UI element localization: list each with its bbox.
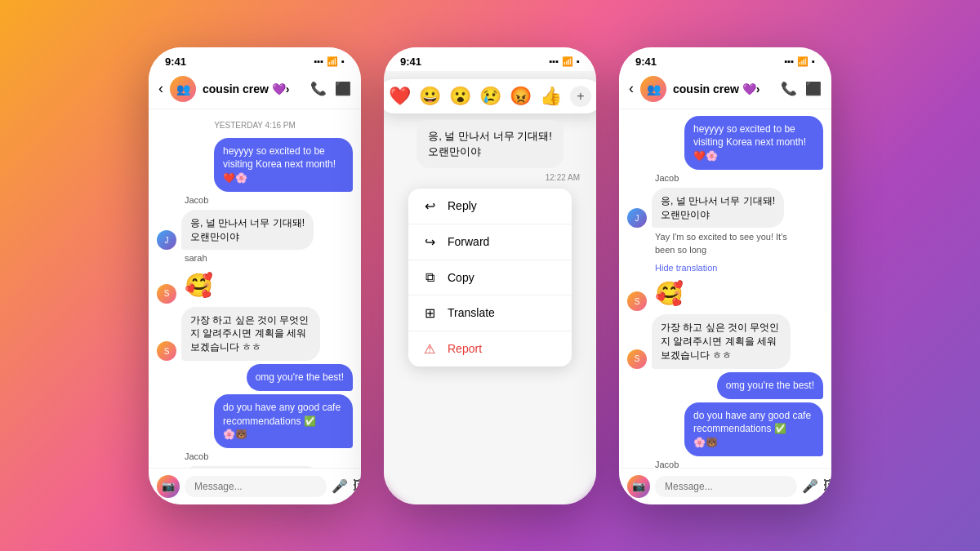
reaction-wow[interactable]: 😮 <box>449 86 471 107</box>
chat-name-1: cousin crew 💜› <box>203 82 289 96</box>
mic-icon[interactable]: 🎤 <box>332 478 348 494</box>
reaction-thumbs[interactable]: 👍 <box>540 86 562 107</box>
report-label: Report <box>448 342 482 355</box>
back-button-3[interactable]: ‹ <box>629 80 634 97</box>
chat-header-3: ‹ 👥 cousin crew 💜› 📞 ⬛ <box>619 71 831 109</box>
phone-1: 9:41 ▪▪▪ 📶 ▪ ‹ 👥 cousin crew 💜› 📞 ⬛ YEST… <box>149 47 361 504</box>
reaction-bar: ❤️ 😀 😮 😢 😡 👍 + <box>384 79 596 113</box>
reaction-heart[interactable]: ❤️ <box>389 86 411 107</box>
camera-button[interactable]: 📷 <box>627 475 650 498</box>
input-icons-3: 🎤 🖼 😊 ⊕ <box>802 478 831 494</box>
msg-row: S 가장 하고 싶은 것이 무엇인지 알려주시면 계획을 세워보겠습니다 ㅎㅎ <box>627 314 823 368</box>
battery-icon: ▪ <box>341 56 345 66</box>
copy-label: Copy <box>448 271 474 284</box>
msg-row: do you have any good cafe recommendation… <box>627 402 823 456</box>
context-reply[interactable]: ↩ Reply <box>408 189 572 224</box>
phone-3: 9:41 ▪▪▪ 📶 ▪ ‹ 👥 cousin crew 💜› 📞 ⬛ heyy… <box>619 47 831 504</box>
reaction-angry[interactable]: 😡 <box>510 86 532 107</box>
video-icon-3[interactable]: ⬛ <box>805 81 822 96</box>
outgoing-bubble: heyyyy so excited to be visiting Korea n… <box>214 138 353 192</box>
context-timestamp: 12:22 AM <box>546 173 580 182</box>
incoming-bubble: 가장 하고 싶은 것이 무엇인지 알려주시면 계획을 세워보겠습니다 ㅎㅎ <box>181 307 320 361</box>
outgoing-bubble: do you have any good cafe recommendation… <box>684 402 823 456</box>
status-icons-1: ▪▪▪ 📶 ▪ <box>314 56 345 67</box>
avatar: S <box>627 291 647 311</box>
phone-2: 9:41 ▪▪▪ 📶 ▪ ❤️ 😀 😮 😢 😡 👍 + 응, 널 만나서 너무 … <box>384 47 596 504</box>
wifi-icon: 📶 <box>327 56 338 67</box>
msg-row: J 응, 널 만나서 너무 기대돼!오랜만이야 <box>157 210 353 251</box>
status-bar-3: 9:41 ▪▪▪ 📶 ▪ <box>619 47 831 71</box>
context-menu: ↩ Reply ↪ Forward ⧉ Copy ⊞ Translate ⚠ <box>408 189 572 367</box>
signal-icon: ▪▪▪ <box>784 56 794 66</box>
status-time-2: 9:41 <box>400 56 421 68</box>
context-forward[interactable]: ↪ Forward <box>408 224 572 260</box>
photo-icon[interactable]: 🖼 <box>353 478 361 494</box>
status-bar-1: 9:41 ▪▪▪ 📶 ▪ <box>149 47 361 71</box>
battery-icon: ▪ <box>577 56 580 66</box>
sender-name: Jacob <box>655 173 823 183</box>
incoming-bubble: 🥰 <box>652 276 687 311</box>
msg-row: heyyyy so excited to be visiting Korea n… <box>157 138 353 192</box>
reply-icon: ↩ <box>421 198 438 214</box>
incoming-bubble: 응, 널 만나서 너무 기대돼!오랜만이야 <box>181 210 314 251</box>
camera-button[interactable]: 📷 <box>157 475 180 498</box>
reaction-sad[interactable]: 😢 <box>479 86 501 107</box>
call-icon-3[interactable]: 📞 <box>781 81 797 96</box>
mic-icon[interactable]: 🎤 <box>802 478 818 494</box>
hide-translation-button[interactable]: Hide translation <box>655 263 823 273</box>
reaction-smile[interactable]: 😀 <box>419 86 441 107</box>
context-overlay: ❤️ 😀 😮 😢 😡 👍 + 응, 널 만나서 너무 기대돼!오랜만이야 12:… <box>384 71 596 504</box>
timestamp-label: YESTERDAY 4:16 PM <box>157 121 353 130</box>
call-icon-1[interactable]: 📞 <box>310 81 327 96</box>
translate-icon: ⊞ <box>421 305 438 321</box>
incoming-bubble: 🥰 <box>181 268 216 303</box>
context-copy[interactable]: ⧉ Copy <box>408 260 572 295</box>
input-bar-3: 📷 🎤 🖼 😊 ⊕ <box>619 468 831 504</box>
chat-title-area-1: cousin crew 💜› <box>203 82 304 96</box>
avatar: J <box>627 208 647 228</box>
message-input[interactable] <box>185 476 327 497</box>
reply-label: Reply <box>448 199 477 212</box>
message-input-3[interactable] <box>655 476 797 497</box>
signal-icon: ▪▪▪ <box>314 56 323 66</box>
avatar: J <box>157 230 176 250</box>
forward-label: Forward <box>448 235 489 248</box>
msg-row: omg you're the best! <box>627 372 823 399</box>
wifi-icon: 📶 <box>562 56 573 67</box>
status-time-3: 9:41 <box>635 56 657 68</box>
context-report[interactable]: ⚠ Report <box>408 331 572 367</box>
reaction-more[interactable]: + <box>570 86 591 107</box>
sender-name: sarah <box>185 253 353 263</box>
chat-action-icons-3: 📞 ⬛ <box>781 81 822 96</box>
outgoing-bubble: heyyyy so excited to be visiting Korea n… <box>684 116 823 170</box>
status-icons-2: ▪▪▪ 📶 ▪ <box>549 56 580 67</box>
messages-area-1: YESTERDAY 4:16 PM heyyyy so excited to b… <box>149 109 361 468</box>
input-icons: 🎤 🖼 😊 ⊕ <box>332 478 361 494</box>
outgoing-bubble: do you have any good cafe recommendation… <box>214 394 353 448</box>
status-time-1: 9:41 <box>165 56 186 68</box>
context-translate[interactable]: ⊞ Translate <box>408 295 572 331</box>
group-avatar-3: 👥 <box>640 76 666 102</box>
back-button-1[interactable]: ‹ <box>158 80 163 97</box>
video-icon-1[interactable]: ⬛ <box>335 81 351 96</box>
avatar: S <box>627 349 647 369</box>
msg-row: S 🥰 <box>627 276 823 311</box>
chat-header-1: ‹ 👥 cousin crew 💜› 📞 ⬛ <box>149 71 361 109</box>
outgoing-bubble: omg you're the best! <box>717 372 823 399</box>
sender-name: Jacob <box>185 451 353 461</box>
battery-icon: ▪ <box>812 56 815 66</box>
phone2-body: ❤️ 😀 😮 😢 😡 👍 + 응, 널 만나서 너무 기대돼!오랜만이야 12:… <box>384 71 596 504</box>
signal-icon: ▪▪▪ <box>549 56 559 66</box>
chat-action-icons-1: 📞 ⬛ <box>310 81 351 96</box>
msg-row: heyyyy so excited to be visiting Korea n… <box>627 116 823 170</box>
copy-icon: ⧉ <box>421 270 438 285</box>
context-message-bubble: 응, 널 만나서 너무 기대돼!오랜만이야 <box>416 120 564 168</box>
messages-area-3: heyyyy so excited to be visiting Korea n… <box>619 109 831 468</box>
wifi-icon: 📶 <box>797 56 808 67</box>
incoming-bubble: 가장 하고 싶은 것이 무엇인지 알려주시면 계획을 세워보겠습니다 ㅎㅎ <box>652 314 791 368</box>
report-icon: ⚠ <box>421 341 438 357</box>
photo-icon[interactable]: 🖼 <box>823 478 831 494</box>
chat-title-area-3: cousin crew 💜› <box>673 82 774 96</box>
sender-name: Jacob <box>185 195 353 205</box>
status-icons-3: ▪▪▪ 📶 ▪ <box>784 56 815 67</box>
